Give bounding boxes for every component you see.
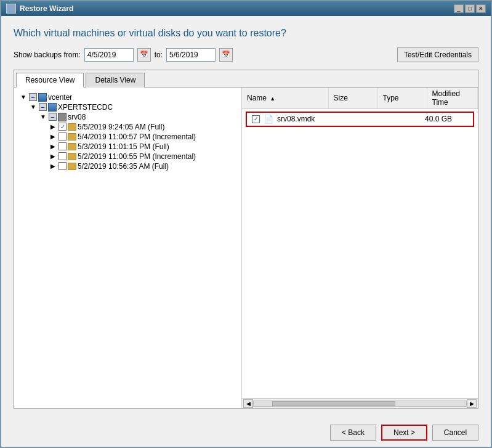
expander-srv08[interactable]: ▼ xyxy=(39,113,47,121)
file-row-srv08-vmdk[interactable]: ✓ 📄 srv08.vmdk 40.0 GB xyxy=(246,112,474,127)
expander-backup3[interactable]: ▶ xyxy=(49,142,57,151)
right-pane-spacer xyxy=(242,129,478,398)
horizontal-scrollbar[interactable]: ◀ ▶ xyxy=(242,398,478,408)
title-bar: Restore Wizard _ □ ✕ xyxy=(1,1,491,16)
sort-arrow-icon: ▲ xyxy=(270,96,275,102)
backup-icon-5 xyxy=(68,163,76,170)
bottom-bar: < Back Next > Cancel xyxy=(1,418,491,447)
col-header-modified: Modified Time xyxy=(427,88,478,109)
cancel-button[interactable]: Cancel xyxy=(432,425,478,441)
scroll-right-button[interactable]: ▶ xyxy=(467,399,477,408)
checkbox-backup4[interactable] xyxy=(58,152,67,160)
expander-backup5[interactable]: ▶ xyxy=(49,162,57,171)
file-size-srv08-vmdk: 40.0 GB xyxy=(425,115,468,123)
checkbox-backup5[interactable] xyxy=(58,162,67,170)
expander-backup1[interactable]: ▶ xyxy=(49,123,57,131)
window-icon xyxy=(6,4,16,14)
scroll-left-button[interactable]: ◀ xyxy=(243,399,253,408)
minimize-button[interactable]: _ xyxy=(454,4,464,13)
panel-body: ▼ – vcenter ▼ – XPERTSTECDC ▼ xyxy=(14,88,478,408)
expander-backup2[interactable]: ▶ xyxy=(49,132,57,141)
expander-backup4[interactable]: ▶ xyxy=(49,152,57,161)
checkbox-backup1[interactable]: ✓ xyxy=(58,123,67,131)
tree-item-vcenter[interactable]: ▼ – vcenter xyxy=(17,92,239,102)
main-panel: Resource View Details View ▼ – vcenter xyxy=(14,70,478,409)
server-icon-vcenter xyxy=(38,93,47,102)
backup-icon-3 xyxy=(68,143,76,150)
title-bar-left: Restore Wizard xyxy=(6,4,73,14)
expander-xpertstecdc[interactable]: ▼ xyxy=(29,103,38,112)
file-name-srv08-vmdk: srv08.vmdk xyxy=(277,115,421,123)
tabs-row: Resource View Details View xyxy=(14,70,478,88)
backup-icon-1 xyxy=(68,123,76,131)
col-header-type: Type xyxy=(377,88,427,109)
h-scroll-track[interactable] xyxy=(253,401,467,407)
tree-item-backup4[interactable]: ▶ 5/2/2019 11:00:55 PM (Incremental) xyxy=(17,152,239,161)
calendar-icon: 📅 xyxy=(140,51,148,59)
checkbox-srv08[interactable]: – xyxy=(49,113,57,121)
h-scroll-thumb[interactable] xyxy=(272,401,395,406)
restore-wizard-window: Restore Wizard _ □ ✕ Which virtual machi… xyxy=(0,0,492,448)
col-header-name: Name ▲ xyxy=(242,88,328,109)
tree-pane: ▼ – vcenter ▼ – XPERTSTECDC ▼ xyxy=(14,88,242,408)
file-table: Name ▲ Size Type Modified Time xyxy=(242,88,478,109)
label-backup1: 5/5/2019 9:24:05 AM (Full) xyxy=(78,123,164,131)
from-date-calendar-button[interactable]: 📅 xyxy=(137,48,151,62)
tab-resource-view[interactable]: Resource View xyxy=(16,73,84,88)
tree-item-srv08[interactable]: ▼ – srv08 xyxy=(17,112,239,122)
file-doc-icon: 📄 xyxy=(264,115,273,124)
next-button[interactable]: Next > xyxy=(381,425,427,441)
label-backup4: 5/2/2019 11:00:55 PM (Incremental) xyxy=(78,152,196,161)
checkbox-xpertstecdc[interactable]: – xyxy=(39,103,47,111)
tree-item-backup2[interactable]: ▶ 5/4/2019 11:00:57 PM (Incremental) xyxy=(17,132,239,142)
checkbox-backup3[interactable] xyxy=(58,142,67,150)
checkbox-backup2[interactable] xyxy=(58,132,67,141)
label-backup5: 5/2/2019 10:56:35 AM (Full) xyxy=(78,162,169,171)
window-controls: _ □ ✕ xyxy=(454,4,486,13)
label-backup3: 5/3/2019 11:01:15 PM (Full) xyxy=(78,142,169,151)
label-xpertstecdc: XPERTSTECDC xyxy=(58,103,113,112)
file-checkbox-srv08-vmdk[interactable]: ✓ xyxy=(252,115,260,123)
file-row-inner: ✓ 📄 srv08.vmdk 40.0 GB xyxy=(252,115,468,124)
calendar-icon-2: 📅 xyxy=(222,51,230,59)
maximize-button[interactable]: □ xyxy=(465,4,475,13)
label-backup2: 5/4/2019 11:00:57 PM (Incremental) xyxy=(78,132,196,141)
backup-icon-2 xyxy=(68,133,76,141)
show-backups-label: Show backups from: xyxy=(14,51,81,59)
credentials-button[interactable]: Test/Edit Credentials xyxy=(397,47,478,62)
window-title: Restore Wizard xyxy=(20,4,73,13)
label-vcenter: vcenter xyxy=(48,93,72,102)
checkbox-vcenter[interactable]: – xyxy=(29,93,37,101)
to-date-calendar-button[interactable]: 📅 xyxy=(219,48,233,62)
tree-item-backup1[interactable]: ▶ ✓ 5/5/2019 9:24:05 AM (Full) xyxy=(17,122,239,132)
tree-item-backup5[interactable]: ▶ 5/2/2019 10:56:35 AM (Full) xyxy=(17,161,239,171)
vm-icon-srv08 xyxy=(58,113,67,121)
label-srv08: srv08 xyxy=(68,113,86,121)
tab-details-view[interactable]: Details View xyxy=(86,73,145,88)
right-pane: Name ▲ Size Type Modified Time xyxy=(242,88,478,408)
tree-item-xpertstecdc[interactable]: ▼ – XPERTSTECDC xyxy=(17,102,239,112)
server-icon-xpertstecdc xyxy=(48,103,57,112)
content-area: Which virtual machines or virtual disks … xyxy=(1,16,491,418)
col-header-size: Size xyxy=(328,88,377,109)
date-filter-row: Show backups from: 📅 to: 📅 Test/Edit Cre… xyxy=(14,47,478,62)
close-button[interactable]: ✕ xyxy=(476,4,486,13)
to-date-input[interactable] xyxy=(166,48,216,62)
back-button[interactable]: < Back xyxy=(330,425,376,441)
to-label: to: xyxy=(155,51,163,59)
from-date-input[interactable] xyxy=(84,48,134,62)
tree-item-backup3[interactable]: ▶ 5/3/2019 11:01:15 PM (Full) xyxy=(17,142,239,152)
backup-icon-4 xyxy=(68,153,76,160)
expander-vcenter[interactable]: ▼ xyxy=(19,93,28,102)
main-question: Which virtual machines or virtual disks … xyxy=(14,27,478,40)
